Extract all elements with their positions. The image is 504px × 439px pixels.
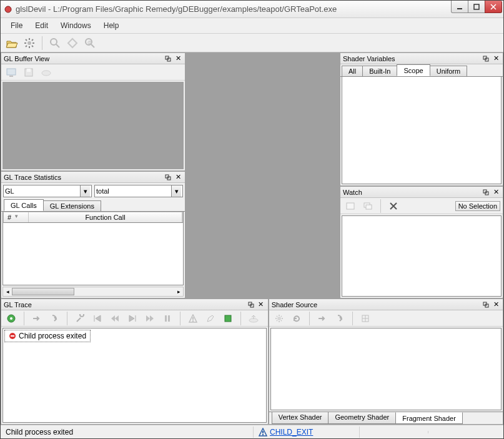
detach-icon[interactable]	[164, 54, 172, 63]
stop-icon	[9, 332, 16, 340]
tab-all[interactable]: All	[342, 66, 363, 76]
shader-vars-tabs: All Built-In Scope Uniform	[340, 64, 503, 77]
step-into-icon[interactable]	[47, 311, 62, 326]
refresh-icon[interactable]	[289, 311, 304, 326]
detach-icon[interactable]	[247, 300, 255, 309]
menu-file[interactable]: File	[4, 19, 29, 32]
panel-title: Shader Variables	[343, 55, 395, 62]
detach-icon[interactable]	[482, 54, 490, 63]
bottom-row: GL Trace ✕	[1, 298, 503, 425]
upload-icon[interactable]	[246, 311, 261, 326]
detach-icon[interactable]	[482, 300, 490, 309]
step-icon[interactable]	[315, 311, 330, 326]
stats-table-header: #▼ Function Call	[3, 212, 183, 223]
horizontal-scrollbar[interactable]: ◂▸	[2, 287, 184, 297]
tab-geometry-shader[interactable]: Geometry Shader	[328, 412, 396, 424]
close-panel-icon[interactable]: ✕	[174, 54, 182, 63]
zoom-at-icon[interactable]: @	[82, 36, 97, 51]
tab-uniform[interactable]: Uniform	[430, 66, 468, 76]
detach-icon[interactable]	[164, 173, 172, 182]
status-code-link[interactable]: CHILD_EXIT	[270, 428, 313, 437]
delete-icon[interactable]	[386, 199, 401, 214]
svg-point-37	[277, 317, 281, 320]
close-panel-icon[interactable]: ✕	[492, 54, 500, 63]
trace-message[interactable]: Child process exited	[4, 330, 91, 342]
close-panel-icon[interactable]: ✕	[257, 300, 265, 309]
save-icon[interactable]	[21, 65, 36, 80]
status-message: Child process exited	[1, 427, 254, 438]
shader-source-editor[interactable]	[270, 328, 502, 410]
minimize-button[interactable]	[451, 1, 468, 13]
cloud-icon[interactable]	[39, 65, 54, 80]
app-icon	[3, 4, 13, 14]
col-function[interactable]: Function Call	[29, 212, 182, 222]
svg-point-13	[42, 71, 51, 76]
menu-edit[interactable]: Edit	[29, 19, 54, 32]
fast-forward-icon[interactable]	[142, 311, 157, 326]
right-column: Shader Variables ✕ All Built-In Scope Un…	[340, 52, 503, 298]
tab-gl-calls[interactable]: GL Calls	[4, 199, 44, 211]
main-toolbar: @	[1, 34, 503, 52]
screen-icon[interactable]	[4, 65, 19, 80]
gl-trace-panel: GL Trace ✕	[1, 298, 269, 425]
flag-icon[interactable]	[220, 311, 235, 326]
tools-icon[interactable]	[72, 311, 87, 326]
tab-scope[interactable]: Scope	[397, 64, 430, 76]
panel-title: Watch	[343, 189, 362, 196]
close-panel-icon[interactable]: ✕	[174, 173, 182, 182]
windows-icon[interactable]	[360, 199, 375, 214]
panel-title: Shader Source	[272, 301, 317, 308]
close-panel-icon[interactable]: ✕	[492, 300, 500, 309]
pause-icon[interactable]	[160, 311, 175, 326]
svg-rect-29	[192, 317, 194, 320]
open-icon[interactable]	[4, 36, 19, 51]
step-over-icon[interactable]	[29, 311, 44, 326]
window-icon[interactable]	[343, 199, 358, 214]
step-round-icon[interactable]	[332, 311, 347, 326]
grid-icon[interactable]	[358, 311, 373, 326]
svg-rect-20	[347, 203, 354, 209]
rewind-icon[interactable]	[107, 311, 122, 326]
warning-icon[interactable]	[185, 311, 200, 326]
col-number[interactable]: #▼	[4, 212, 29, 222]
menubar: File Edit Windows Help	[1, 18, 503, 34]
zoom-icon[interactable]	[47, 36, 62, 51]
watch-toolbar: No Selection	[340, 198, 503, 214]
tab-gl-extensions[interactable]: GL Extensions	[43, 200, 101, 211]
svg-rect-12	[27, 69, 31, 72]
detach-icon[interactable]	[482, 188, 490, 197]
menu-windows[interactable]: Windows	[54, 19, 97, 32]
tab-fragment-shader[interactable]: Fragment Shader	[395, 412, 463, 424]
svg-rect-40	[262, 434, 264, 435]
stats-mode-select[interactable]: total ▾	[94, 185, 183, 197]
svg-point-26	[10, 317, 12, 320]
close-button[interactable]	[485, 1, 502, 13]
gl-trace-log: Child process exited	[2, 328, 267, 423]
stats-tabs: GL Calls GL Extensions	[1, 199, 185, 212]
edit-icon[interactable]	[203, 311, 218, 326]
panel-title: GL Trace Statistics	[4, 174, 61, 181]
maximize-button[interactable]	[468, 1, 485, 13]
statusbar: Child process exited CHILD_EXIT	[1, 425, 503, 438]
left-column: GL Buffer View ✕ GL Trace Statistic	[1, 52, 185, 298]
gear-icon[interactable]	[272, 311, 287, 326]
titlebar: glslDevil - L:/Program Files/Graphic Rem…	[1, 1, 503, 18]
tab-vertex-shader[interactable]: Vertex Shader	[272, 412, 329, 424]
tab-builtin[interactable]: Built-In	[362, 66, 397, 76]
diamond-icon[interactable]	[65, 36, 80, 51]
skip-forward-icon[interactable]	[125, 311, 140, 326]
titlebar-text: glslDevil - L:/Program Files/Graphic Rem…	[16, 4, 337, 14]
gl-trace-statistics-panel: GL Trace Statistics ✕ GL ▾ total ▾	[1, 171, 185, 298]
svg-rect-31	[225, 315, 231, 322]
content-area: GL Buffer View ✕ GL Trace Statistic	[1, 52, 503, 425]
run-gear-icon[interactable]	[4, 311, 19, 326]
app-window: glslDevil - L:/Program Files/Graphic Rem…	[0, 0, 504, 439]
menu-help[interactable]: Help	[97, 19, 126, 32]
watch-panel: Watch ✕ No Selection	[340, 186, 503, 298]
status-slot-2	[428, 431, 503, 433]
svg-point-3	[27, 41, 31, 45]
close-panel-icon[interactable]: ✕	[492, 188, 500, 197]
stats-group-select[interactable]: GL ▾	[3, 185, 92, 197]
gear-icon[interactable]	[22, 36, 37, 51]
skip-back-icon[interactable]	[90, 311, 105, 326]
